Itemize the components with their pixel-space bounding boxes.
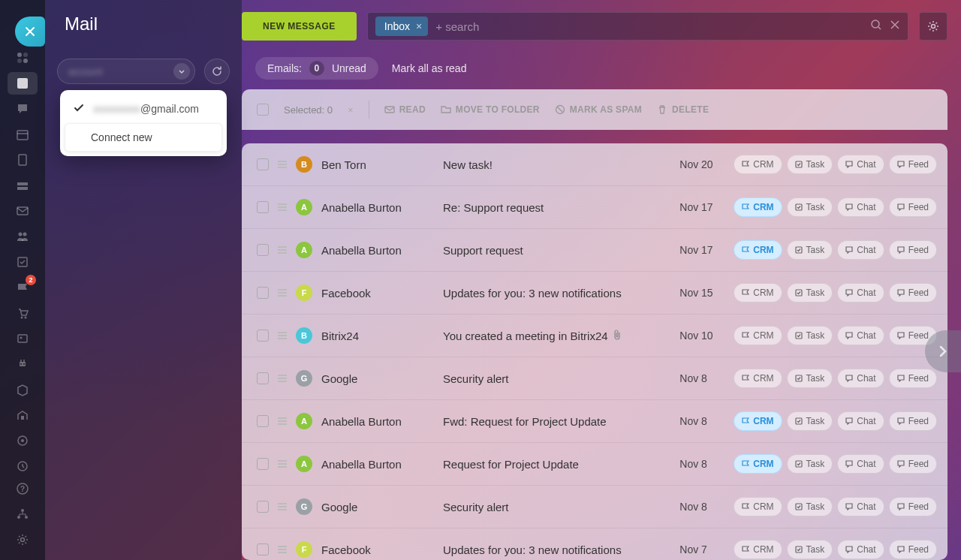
filter-unread-pill[interactable]: Emails: 0 Unread xyxy=(255,57,378,80)
feed-button[interactable]: Feed xyxy=(889,240,937,260)
clear-selection-icon[interactable]: × xyxy=(348,104,354,116)
email-checkbox[interactable] xyxy=(257,458,269,470)
refresh-button[interactable] xyxy=(204,59,230,84)
task-button[interactable]: Task xyxy=(787,326,833,345)
task-button[interactable]: Task xyxy=(787,369,833,388)
rail-item-inventory[interactable] xyxy=(8,378,38,401)
crm-button[interactable]: CRM xyxy=(734,155,782,174)
chat-button[interactable]: Chat xyxy=(837,326,884,345)
feed-button[interactable]: Feed xyxy=(889,454,937,474)
drag-handle-icon[interactable] xyxy=(278,460,287,468)
feed-button[interactable]: Feed xyxy=(889,283,937,303)
crm-button[interactable]: CRM xyxy=(734,326,782,345)
email-checkbox[interactable] xyxy=(257,501,269,513)
drag-handle-icon[interactable] xyxy=(278,503,287,510)
chat-button[interactable]: Chat xyxy=(837,155,884,174)
drag-handle-icon[interactable] xyxy=(278,332,287,339)
drag-handle-icon[interactable] xyxy=(278,546,287,553)
rail-item-documents[interactable] xyxy=(8,149,38,171)
rail-item-sitemap[interactable] xyxy=(8,503,38,525)
email-checkbox[interactable] xyxy=(257,244,269,256)
connect-new-account[interactable]: Connect new xyxy=(65,123,222,152)
action-spam[interactable]: MARK AS SPAM xyxy=(555,104,642,115)
rail-item-chat[interactable] xyxy=(8,98,38,120)
close-panel-button[interactable] xyxy=(15,17,45,47)
chat-button[interactable]: Chat xyxy=(837,197,884,217)
email-checkbox[interactable] xyxy=(257,158,269,170)
rail-item-dashboard[interactable] xyxy=(8,47,38,69)
rail-item-automation[interactable] xyxy=(8,353,38,375)
rail-item-marketing[interactable] xyxy=(8,429,38,452)
task-button[interactable]: Task xyxy=(787,497,833,516)
rail-item-mail[interactable] xyxy=(8,200,38,222)
task-button[interactable]: Task xyxy=(787,197,833,217)
email-row[interactable]: BBen TornNew task! Nov 20CRMTaskChatFeed xyxy=(242,143,947,186)
feed-button[interactable]: Feed xyxy=(889,369,937,388)
task-button[interactable]: Task xyxy=(787,155,833,174)
rail-item-workgroups[interactable] xyxy=(8,225,38,248)
search-bar[interactable]: Inbox × xyxy=(367,12,908,41)
task-button[interactable]: Task xyxy=(787,411,833,431)
task-button[interactable]: Task xyxy=(787,540,833,559)
feed-button[interactable]: Feed xyxy=(889,155,937,174)
chat-button[interactable]: Chat xyxy=(837,497,884,516)
account-select[interactable]: account xyxy=(57,59,195,84)
chat-button[interactable]: Chat xyxy=(837,240,884,260)
email-row[interactable]: AAnabella BurtonSupport request Nov 17CR… xyxy=(242,229,947,272)
email-row[interactable]: AAnabella BurtonRequest for Project Upda… xyxy=(242,443,947,486)
feed-button[interactable]: Feed xyxy=(889,197,937,217)
email-row[interactable]: AAnabella BurtonFwd: Request for Project… xyxy=(242,400,947,443)
rail-item-calendar[interactable] xyxy=(8,123,38,146)
drag-handle-icon[interactable] xyxy=(278,375,287,382)
drag-handle-icon[interactable] xyxy=(278,161,287,168)
action-delete[interactable]: DELETE xyxy=(657,104,709,115)
rail-item-drive[interactable] xyxy=(8,174,38,197)
search-icon[interactable] xyxy=(870,19,882,34)
email-row[interactable]: FFacebookUpdates for you: 3 new notifica… xyxy=(242,528,947,560)
chat-button[interactable]: Chat xyxy=(837,369,884,388)
rail-item-help[interactable]: ? xyxy=(8,477,38,500)
feed-button[interactable]: Feed xyxy=(889,411,937,431)
crm-button[interactable]: CRM xyxy=(734,369,782,388)
drag-handle-icon[interactable] xyxy=(278,246,287,254)
chat-button[interactable]: Chat xyxy=(837,454,884,474)
email-checkbox[interactable] xyxy=(257,287,269,299)
expand-panel-button[interactable] xyxy=(925,330,961,372)
crm-button[interactable]: CRM xyxy=(734,497,782,516)
rail-item-settings[interactable] xyxy=(8,528,38,551)
task-button[interactable]: Task xyxy=(787,283,833,303)
crm-button[interactable]: CRM xyxy=(734,540,782,559)
email-checkbox[interactable] xyxy=(257,330,269,342)
chat-button[interactable]: Chat xyxy=(837,540,884,559)
email-row[interactable]: FFacebookUpdates for you: 3 new notifica… xyxy=(242,272,947,315)
chat-button[interactable]: Chat xyxy=(837,283,884,303)
email-row[interactable]: GGoogleSecurity alert Nov 8CRMTaskChatFe… xyxy=(242,357,947,400)
action-move[interactable]: MOVE TO FOLDER xyxy=(441,104,540,115)
task-button[interactable]: Task xyxy=(787,240,833,260)
drag-handle-icon[interactable] xyxy=(278,417,287,425)
rail-item-crm[interactable]: 2 xyxy=(8,276,38,299)
rail-item-shop[interactable] xyxy=(8,302,38,324)
email-checkbox[interactable] xyxy=(257,372,269,384)
crm-button[interactable]: CRM xyxy=(734,197,782,217)
task-button[interactable]: Task xyxy=(787,454,833,474)
mark-all-read-button[interactable]: Mark all as read xyxy=(392,62,467,74)
email-checkbox[interactable] xyxy=(257,543,269,555)
search-input[interactable] xyxy=(435,20,863,33)
rail-item-contact[interactable] xyxy=(8,327,38,350)
drag-handle-icon[interactable] xyxy=(278,289,287,297)
crm-button[interactable]: CRM xyxy=(734,411,782,431)
drag-handle-icon[interactable] xyxy=(278,203,287,211)
feed-button[interactable]: Feed xyxy=(889,540,937,559)
crm-button[interactable]: CRM xyxy=(734,283,782,303)
email-checkbox[interactable] xyxy=(257,201,269,213)
email-row[interactable]: BBitrix24You created a meeting in Bitrix… xyxy=(242,315,947,357)
email-row[interactable]: GGoogleSecurity alert Nov 8CRMTaskChatFe… xyxy=(242,486,947,528)
feed-button[interactable]: Feed xyxy=(889,497,937,516)
crm-button[interactable]: CRM xyxy=(734,240,782,260)
chip-remove-icon[interactable]: × xyxy=(416,20,422,32)
search-clear-icon[interactable] xyxy=(890,20,900,33)
search-filter-chip[interactable]: Inbox × xyxy=(375,17,428,36)
chat-button[interactable]: Chat xyxy=(837,411,884,431)
settings-button[interactable] xyxy=(919,12,947,41)
